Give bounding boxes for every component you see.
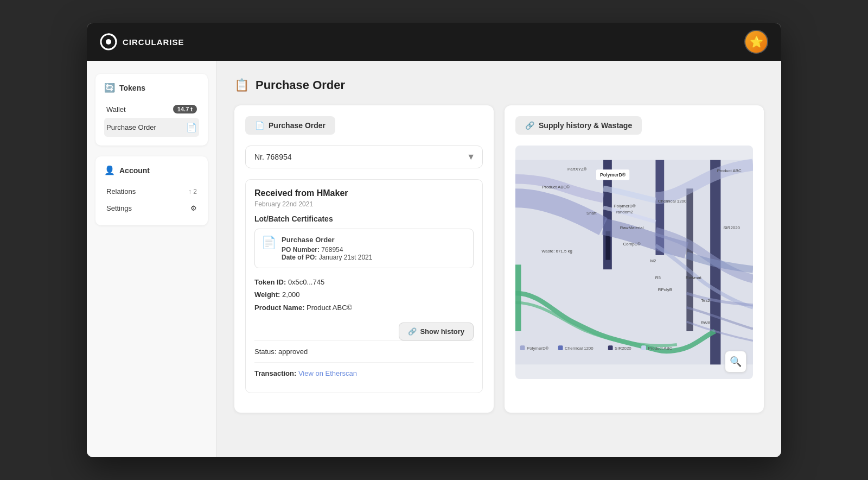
show-history-button[interactable]: 🔗 Show history xyxy=(399,323,474,340)
sidebar-item-settings[interactable]: Settings ⚙ xyxy=(104,200,199,217)
cert-date: Date of PO: January 21st 2021 xyxy=(282,254,372,261)
status-line: Status: approved xyxy=(254,340,474,362)
zoom-icon: 🔍 xyxy=(730,356,742,368)
purchase-order-icon: 📄 xyxy=(186,122,197,132)
cert-po-number: PO Number: 768954 xyxy=(282,246,372,254)
po-info-block: Received from HMaker February 22nd 2021 … xyxy=(245,179,483,393)
page-title: Purchase Order xyxy=(256,78,345,92)
token-id-value: 0x5c0...745 xyxy=(288,278,324,286)
svg-text:PartXYZ®: PartXYZ® xyxy=(567,167,587,172)
sidebar-item-wallet[interactable]: Wallet 14.7 t xyxy=(104,100,199,118)
svg-text:Shaft: Shaft xyxy=(586,211,597,216)
supply-chart-area: PolymerD® PartXYZ® Product ABC© Product … xyxy=(515,146,753,379)
svg-text:RawMaterial: RawMaterial xyxy=(620,225,644,230)
purchase-order-tab-button[interactable]: 📄 Purchase Order xyxy=(245,116,335,135)
svg-text:PolymerD®: PolymerD® xyxy=(527,346,549,351)
svg-text:Chemical 1200: Chemical 1200 xyxy=(658,199,687,204)
relations-badge: ↑ 2 xyxy=(188,188,197,195)
tokens-label: Tokens xyxy=(119,84,145,92)
cert-date-value: January 21st 2021 xyxy=(319,254,373,261)
svg-rect-8 xyxy=(515,264,521,331)
supply-history-card: 🔗 Supply history & Wastage xyxy=(505,105,764,413)
tokens-section-header: 🔄 Tokens xyxy=(104,83,199,93)
svg-text:PolymerD®: PolymerD® xyxy=(600,172,626,178)
svg-text:PolymerD®: PolymerD® xyxy=(614,204,636,209)
account-section: 👤 Account Relations ↑ 2 Settings ⚙ xyxy=(95,156,208,225)
tokens-section: 🔄 Tokens Wallet 14.7 t Purchase Order 📄 xyxy=(95,74,208,146)
po-number-select[interactable]: Nr. 768954 xyxy=(245,146,483,168)
svg-text:R5: R5 xyxy=(655,275,661,280)
account-section-header: 👤 Account xyxy=(104,165,199,175)
svg-text:Product ABC©: Product ABC© xyxy=(542,185,570,190)
svg-text:Rawmat: Rawmat xyxy=(686,275,702,280)
tokens-icon: 🔄 xyxy=(104,83,115,93)
account-label: Account xyxy=(119,166,150,175)
cert-po-number-value: 768954 xyxy=(321,246,343,254)
sidebar: 🔄 Tokens Wallet 14.7 t Purchase Order 📄 … xyxy=(87,61,217,457)
main-content: 🔄 Tokens Wallet 14.7 t Purchase Order 📄 … xyxy=(87,61,781,457)
transaction-label: Transaction: xyxy=(254,369,296,377)
show-history-label: Show history xyxy=(420,327,464,336)
svg-text:RPolyB: RPolyB xyxy=(658,287,672,292)
supply-chart-svg: PolymerD® PartXYZ® Product ABC© Product … xyxy=(515,146,753,379)
account-icon: 👤 xyxy=(104,165,115,175)
supply-history-icon: 🔗 xyxy=(525,121,534,130)
purchase-order-label: Purchase Order xyxy=(106,123,156,131)
product-name-line: Product Name: Product ABC© xyxy=(254,301,474,314)
weight-label: Weight: xyxy=(254,290,280,299)
app-window: CIRCULARISE ⭐ 🔄 Tokens Wallet 14.7 t Pur… xyxy=(87,23,781,457)
svg-rect-34 xyxy=(641,345,646,350)
svg-rect-28 xyxy=(520,345,525,350)
svg-text:Waste: 671.5 kg: Waste: 671.5 kg xyxy=(541,249,572,254)
svg-rect-30 xyxy=(558,345,563,350)
supply-history-tab-button[interactable]: 🔗 Supply history & Wastage xyxy=(515,116,642,135)
logo-area: CIRCULARISE xyxy=(100,33,184,50)
cert-details: Purchase Order PO Number: 768954 Date of… xyxy=(282,236,372,261)
wallet-label: Wallet xyxy=(106,105,126,113)
settings-icon: ⚙ xyxy=(190,204,197,212)
app-name: CIRCULARISE xyxy=(123,37,184,47)
svg-text:Tes2: Tes2 xyxy=(701,298,710,303)
svg-text:RW8: RW8 xyxy=(701,320,711,325)
po-select-wrapper: Nr. 768954 ▼ xyxy=(245,146,483,168)
etherscan-link[interactable]: View on Etherscan xyxy=(298,369,357,377)
svg-point-1 xyxy=(106,39,111,45)
page-header: 📋 Purchase Order xyxy=(234,78,764,92)
purchase-order-tab-label: Purchase Order xyxy=(269,121,326,130)
status-label: Status: xyxy=(254,348,276,356)
cert-title: Purchase Order xyxy=(282,236,372,244)
settings-label: Settings xyxy=(106,204,132,212)
sidebar-item-relations[interactable]: Relations ↑ 2 xyxy=(104,183,199,200)
svg-text:Product ABC: Product ABC xyxy=(717,168,742,173)
sidebar-item-purchase-order[interactable]: Purchase Order 📄 xyxy=(104,118,199,137)
token-id-line: Token ID: 0x5c0...745 xyxy=(254,276,474,288)
svg-text:SIR2020: SIR2020 xyxy=(723,225,740,230)
content-area: 📋 Purchase Order 📄 Purchase Order Nr. 76… xyxy=(217,61,781,457)
user-avatar[interactable]: ⭐ xyxy=(744,30,768,54)
purchase-order-tab-icon: 📄 xyxy=(255,121,264,130)
token-id-label: Token ID: xyxy=(254,278,286,286)
svg-text:random2: random2 xyxy=(616,210,633,214)
show-history-icon: 🔗 xyxy=(408,327,417,336)
po-sender: Received from HMaker xyxy=(254,188,474,198)
weight-line: Weight: 2,000 xyxy=(254,288,474,301)
cert-date-label: Date of PO: xyxy=(282,254,317,261)
transaction-line: Transaction: View on Etherscan xyxy=(254,362,474,384)
po-date: February 22nd 2021 xyxy=(254,200,474,208)
relations-label: Relations xyxy=(106,187,136,195)
purchase-order-card: 📄 Purchase Order Nr. 768954 ▼ Received f… xyxy=(234,105,494,413)
status-value: approved xyxy=(278,348,308,356)
logo-icon xyxy=(100,33,117,50)
top-bar: CIRCULARISE ⭐ xyxy=(87,23,781,61)
zoom-button[interactable]: 🔍 xyxy=(725,351,746,372)
product-name-value: Product ABC© xyxy=(307,304,352,312)
page-header-icon: 📋 xyxy=(234,78,249,92)
product-name-label: Product Name: xyxy=(254,304,304,312)
show-history-wrapper: 🔗 Show history xyxy=(254,314,474,318)
token-info: Token ID: 0x5c0...745 Weight: 2,000 Prod… xyxy=(254,276,474,314)
wallet-badge: 14.7 t xyxy=(173,105,197,113)
supply-history-tab-label: Supply history & Wastage xyxy=(539,121,632,130)
cert-po-number-label: PO Number: xyxy=(282,246,320,254)
svg-text:CompE©: CompE© xyxy=(623,242,641,247)
svg-text:SIR2020: SIR2020 xyxy=(615,346,631,351)
